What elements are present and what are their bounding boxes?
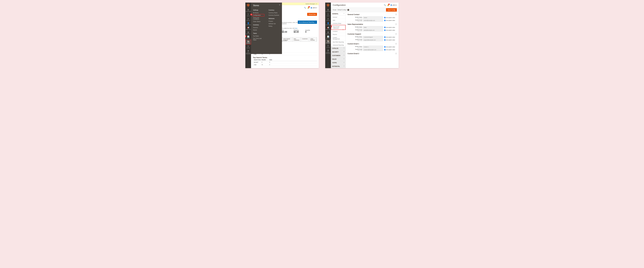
collapse-icon[interactable]: ⌃ bbox=[395, 23, 397, 25]
dashboard-icon: ◉ bbox=[245, 9, 251, 11]
collapse-icon[interactable]: ⌃ bbox=[395, 14, 397, 15]
tab-new-customers[interactable]: New Customers bbox=[292, 37, 301, 41]
collapse-icon[interactable]: ⌃ bbox=[395, 53, 397, 54]
text-input[interactable] bbox=[363, 36, 383, 38]
nav-group-customers[interactable]: CUSTOMERS˅ bbox=[331, 54, 346, 57]
scope-hint: [store view] bbox=[348, 47, 362, 48]
use-system-checkbox[interactable]: Use system value bbox=[384, 46, 395, 48]
sidebar-item-system[interactable]: ⚙SYSTEM bbox=[325, 44, 331, 48]
link-all-stores[interactable]: All Stores bbox=[253, 11, 264, 14]
nav-content-mgmt[interactable]: Content Management bbox=[331, 36, 346, 40]
link-tax-rules[interactable]: Tax Rules bbox=[253, 35, 264, 37]
tab-yotpo[interactable]: Yotpo Reviews bbox=[309, 37, 317, 41]
nav-group-security[interactable]: SECURITY˅ bbox=[331, 50, 346, 54]
user-menu[interactable]: 👤 admin ▾ bbox=[310, 7, 317, 8]
text-input[interactable] bbox=[363, 29, 383, 31]
tab-customers[interactable]: Customers bbox=[301, 37, 309, 41]
search-icon[interactable]: 🔍 bbox=[304, 7, 306, 9]
link-currency-rates[interactable]: Currency Rates bbox=[268, 11, 280, 14]
nav-group-dotdigital[interactable]: DOTDIGITAL˅ bbox=[331, 65, 346, 68]
nav-reports[interactable]: Reports bbox=[331, 33, 346, 36]
section-title[interactable]: Customer Support⌃ bbox=[348, 33, 397, 35]
sidebar-item-content[interactable]: ▦CONTENT bbox=[245, 30, 251, 35]
sidebar-item-marketing[interactable]: 📢MARKETING bbox=[245, 26, 251, 30]
nav-group-general[interactable]: GENERAL˄ bbox=[331, 12, 346, 16]
use-system-checkbox[interactable]: Use system value bbox=[384, 49, 395, 50]
sidebar-item-marketing[interactable]: 📢MARKETING bbox=[325, 26, 331, 30]
user-menu[interactable]: 👤 admin ▾ bbox=[390, 4, 397, 6]
use-system-checkbox[interactable]: Use system value bbox=[384, 20, 395, 21]
sidebar-item-content[interactable]: ▦CONTENT bbox=[325, 30, 331, 35]
scope-label: Scope: bbox=[333, 9, 337, 10]
link-currency-symbols[interactable]: Currency Symbols bbox=[268, 14, 280, 16]
scope-hint: [store view] bbox=[348, 21, 362, 22]
text-input[interactable] bbox=[363, 46, 383, 48]
section-title[interactable]: Custom Email 1⌃ bbox=[348, 43, 397, 45]
nav-group-catalog[interactable]: CATALOG˅ bbox=[331, 47, 346, 50]
sidebar-item-stores[interactable]: 🏬STORES bbox=[325, 39, 331, 44]
text-input[interactable] bbox=[363, 19, 383, 22]
link-sources[interactable]: Sources bbox=[253, 26, 264, 29]
sidebar-item-reports[interactable]: 📊REPORTS bbox=[325, 35, 331, 39]
sidebar-item-dashboard[interactable]: ◉DASHBOARD bbox=[245, 8, 251, 12]
link-terms[interactable]: Terms and Conditions bbox=[253, 16, 264, 20]
nav-group-yotpo[interactable]: YOTPO˅ bbox=[331, 61, 346, 65]
help-icon[interactable]: ? bbox=[347, 9, 349, 11]
cell: 3 bbox=[269, 62, 277, 63]
notifications-icon[interactable]: 🔔13 bbox=[387, 4, 389, 6]
scope-select[interactable]: Default Config ▾ bbox=[338, 9, 346, 10]
sidebar-item-catalog[interactable]: ◈CATALOG bbox=[245, 17, 251, 21]
nav-new-relic[interactable]: New Relic Reporting bbox=[331, 40, 346, 44]
section-title[interactable]: Sales Representative⌃ bbox=[348, 23, 397, 26]
nav-group-sales[interactable]: SALES˅ bbox=[331, 57, 346, 61]
sidebar-item-stores[interactable]: 🏬STORES bbox=[245, 39, 251, 44]
chart-enable-link[interactable]: here bbox=[295, 28, 298, 29]
use-system-checkbox[interactable]: Use system value bbox=[384, 39, 395, 41]
sidebar-item-catalog[interactable]: ◈CATALOG bbox=[325, 17, 331, 21]
sysmsg-count[interactable]: System Messages: 1 ▾ bbox=[306, 3, 317, 4]
content-icon: ▦ bbox=[245, 31, 251, 33]
link-configuration[interactable]: Configuration bbox=[252, 14, 264, 16]
reload-data-button[interactable]: Reload Data bbox=[307, 13, 317, 16]
use-system-checkbox[interactable]: Use system value bbox=[384, 29, 395, 31]
nav-web[interactable]: Web bbox=[331, 19, 346, 22]
th-search-term: Search Term bbox=[254, 59, 262, 60]
section-title[interactable]: Custom Email 2⌃ bbox=[348, 53, 397, 55]
field-label: Sender Name bbox=[355, 26, 362, 28]
use-system-checkbox[interactable]: Use system value bbox=[384, 17, 395, 18]
nav-general[interactable]: General bbox=[331, 16, 346, 19]
sidebar-item-dashboard[interactable]: ◉DASHBOARD bbox=[325, 8, 331, 12]
nav-adv-reporting[interactable]: Advanced Reporting bbox=[331, 44, 346, 47]
link-attr-rating[interactable]: Rating bbox=[268, 25, 280, 27]
text-input[interactable] bbox=[363, 16, 383, 19]
search-icon[interactable]: 🔍 bbox=[384, 4, 386, 6]
link-attr-product[interactable]: Product bbox=[268, 20, 280, 22]
link-order-status[interactable]: Order Status bbox=[253, 20, 264, 23]
sidebar-item-system[interactable]: ⚙SYSTEM bbox=[245, 44, 251, 49]
link-attr-set[interactable]: Attribute Set bbox=[268, 22, 280, 25]
save-config-button[interactable]: Save Config bbox=[386, 8, 397, 11]
sidebar-item-partners[interactable]: ◆FIND PARTNERS & EXTENSIONS bbox=[245, 49, 251, 55]
text-input[interactable] bbox=[363, 39, 383, 41]
advanced-reporting-button[interactable]: Go to Advanced Reporting↗ bbox=[298, 20, 317, 24]
collapse-icon[interactable]: ⌃ bbox=[395, 43, 397, 45]
nav-currency-setup[interactable]: Currency Setup bbox=[331, 22, 346, 25]
stores-icon: 🏬 bbox=[246, 40, 251, 42]
notifications-icon[interactable]: 🔔13 bbox=[307, 7, 309, 9]
link-stocks[interactable]: Stocks bbox=[253, 29, 264, 31]
link-tax-zones[interactable]: Tax Zones and Rates bbox=[253, 37, 264, 41]
sidebar-item-partners[interactable]: ◆FIND PARTNERS & EXTENSIONS bbox=[325, 48, 331, 55]
sidebar-item-customers[interactable]: 👤CUSTOMERS bbox=[245, 21, 251, 26]
use-system-checkbox[interactable]: Use system value bbox=[384, 27, 395, 28]
text-input[interactable] bbox=[363, 26, 383, 28]
magento-logo[interactable] bbox=[246, 3, 250, 7]
magento-logo[interactable] bbox=[326, 3, 330, 7]
collapse-icon[interactable]: ⌃ bbox=[395, 33, 397, 35]
text-input[interactable] bbox=[363, 49, 383, 51]
sidebar-item-customers[interactable]: 👤CUSTOMERS bbox=[325, 21, 331, 26]
use-system-checkbox[interactable]: Use system value bbox=[384, 36, 395, 38]
close-icon[interactable]: ✕ bbox=[279, 4, 280, 6]
stat-tax-value: $0.00 bbox=[282, 31, 294, 33]
section-title[interactable]: General Contact⌃ bbox=[348, 14, 397, 16]
sidebar-item-sales[interactable]: $SALES bbox=[325, 12, 331, 17]
